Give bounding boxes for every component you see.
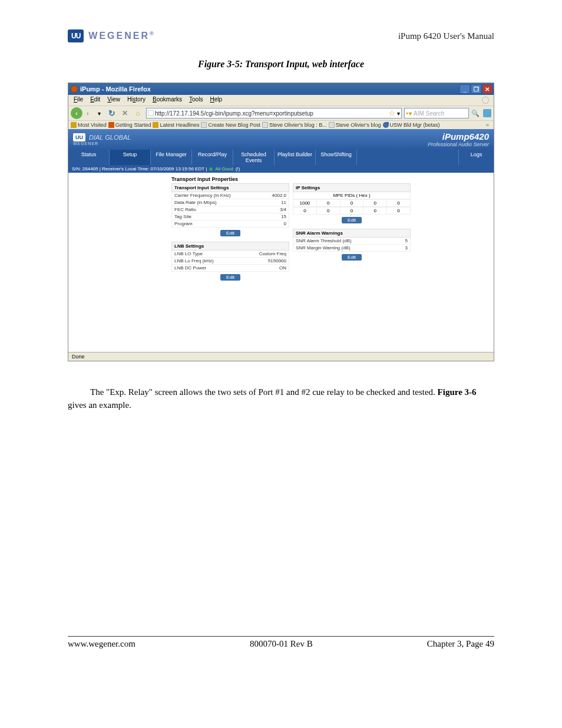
brand-text: WEGENER® xyxy=(88,31,155,41)
bk-create-blog[interactable]: Create New Blog Post xyxy=(201,122,260,128)
tis-row-fec: FEC Ratio3/4 xyxy=(171,206,289,213)
bookmark-star-icon[interactable]: ☆ xyxy=(387,109,397,117)
panel-ip: IP Settings MPE PIDs ( Hex ) 10000000 00… xyxy=(293,183,411,225)
snr-edit-button[interactable]: Edit xyxy=(342,254,362,261)
bk-olivier-1[interactable]: Steve Olivier's blog : B... xyxy=(262,122,327,128)
tis-row-program: Program0 xyxy=(171,220,289,228)
firefox-icon xyxy=(71,85,78,93)
lnb-row-freq: LNB Lo Freq (kHz)5150000 xyxy=(171,258,289,265)
menu-bookmarks[interactable]: Bookmarks xyxy=(150,95,185,105)
home-button[interactable]: ⌂ xyxy=(132,108,144,118)
tis-row-datarate: Data Rate (in Mbps)11 xyxy=(171,199,289,206)
content-area: Transport Input Properties Transport Inp… xyxy=(68,173,494,288)
lnb-row-dc: LNB DC PowerON xyxy=(171,265,289,272)
bk-latest-headlines[interactable]: Latest Headlines xyxy=(153,122,199,128)
status-sn: S/N: 284405 | Receiver's Local Time: 07/… xyxy=(72,166,207,172)
tab-scheduled-events[interactable]: Scheduled Events xyxy=(233,150,275,165)
tab-file-manager[interactable]: File Manager xyxy=(151,150,192,165)
status-refresh[interactable]: (!) xyxy=(236,166,240,172)
stop-button[interactable]: ✕ xyxy=(119,108,131,118)
dial-global-text: DIAL GLOBAL xyxy=(89,134,131,141)
wegener-small: WEGENER xyxy=(73,141,131,146)
blank-area xyxy=(68,288,494,352)
minimize-button[interactable]: _ xyxy=(459,84,470,94)
body-paragraph: The "Exp. Relay" screen allows the two s… xyxy=(68,386,494,412)
tab-showshifting[interactable]: ShowShifting xyxy=(316,150,357,165)
nav-toolbar: ‹ › ▾ ↻ ✕ ⌂ http://172.17.194.5/cgi-bin/… xyxy=(68,106,494,120)
back-button[interactable]: ‹ xyxy=(71,107,82,119)
mpe-row-2: 00000 xyxy=(293,207,411,215)
menu-help[interactable]: Help xyxy=(207,95,225,105)
app-title: iPump6420 xyxy=(428,131,489,141)
app-subtitle: Professional Audio Server xyxy=(428,141,489,147)
search-go-icon[interactable]: 🔍 xyxy=(470,110,481,117)
menubar: File Edit View History Bookmarks Tools H… xyxy=(68,95,494,106)
page-header: UU WEGENER® iPump 6420 User's Manual xyxy=(68,29,494,42)
close-button[interactable]: ✕ xyxy=(482,84,492,94)
search-engine-icon[interactable]: 🞄▾ xyxy=(406,110,412,117)
bk-olivier-2[interactable]: Steve Olivier's blog xyxy=(329,122,381,128)
snr-row-threshold: SNR Alarm Threshold (dB)5 xyxy=(293,238,411,245)
footer-doc: 800070-01 Rev B xyxy=(250,639,313,649)
window-titlebar: iPump - Mozilla Firefox _ ❐ ✕ xyxy=(68,83,494,95)
dropdown-history[interactable]: ▾ xyxy=(93,108,105,118)
browser-status-bar: Done xyxy=(68,352,494,361)
tab-logs[interactable]: Logs xyxy=(458,150,494,165)
tab-setup[interactable]: Setup xyxy=(110,150,151,165)
footer-page: Chapter 3, Page 49 xyxy=(427,639,494,649)
manual-title: iPump 6420 User's Manual xyxy=(398,31,494,41)
menu-view[interactable]: View xyxy=(104,95,123,105)
app-header: UU DIAL GLOBAL WEGENER iPump6420 Profess… xyxy=(68,129,494,150)
bk-most-visited[interactable]: Most Visited xyxy=(71,122,107,128)
bk-usw[interactable]: USW Bld Mgr (betas) xyxy=(383,122,440,128)
ip-edit-button[interactable]: Edit xyxy=(342,217,362,223)
content-title: Transport Input Properties xyxy=(68,176,494,182)
search-placeholder: AIM Search xyxy=(412,110,467,117)
tis-row-carrier: Carrier Frequency (in KHz)4002.0 xyxy=(171,192,289,199)
menu-file[interactable]: File xyxy=(71,95,86,105)
page-favicon-icon xyxy=(148,110,154,116)
feed-icon[interactable] xyxy=(483,109,491,117)
bookmarks-overflow[interactable]: » xyxy=(486,122,491,128)
tab-bar: Status Setup File Manager Record/Play Sc… xyxy=(68,150,494,165)
app-logo-icon: UU xyxy=(73,133,85,141)
panel-transport-input: Transport Input Settings Carrier Frequen… xyxy=(171,183,289,238)
mpe-label: MPE PIDs ( Hex ) xyxy=(293,192,411,199)
search-bar[interactable]: 🞄▾ AIM Search xyxy=(404,108,469,118)
reload-button[interactable]: ↻ xyxy=(106,108,118,118)
status-dot-icon xyxy=(209,167,213,171)
bk-getting-started[interactable]: Getting Started xyxy=(108,122,151,128)
status-good: All Good xyxy=(215,166,233,172)
tab-record-play[interactable]: Record/Play xyxy=(192,150,233,165)
figure-caption: Figure 3-5: Transport Input, web interfa… xyxy=(68,59,494,70)
menu-history[interactable]: History xyxy=(124,95,148,105)
tab-playlist-builder[interactable]: Playlist Builder xyxy=(275,150,316,165)
throbber-icon xyxy=(482,97,489,104)
snr-head: SNR Alarm Warnings xyxy=(293,229,411,238)
page-footer: www.wegener.com 800070-01 Rev B Chapter … xyxy=(68,636,494,649)
bookmarks-toolbar: Most Visited Getting Started Latest Head… xyxy=(68,120,494,129)
menu-tools[interactable]: Tools xyxy=(186,95,206,105)
menu-edit[interactable]: Edit xyxy=(87,95,103,105)
url-bar[interactable]: http://172.17.194.5/cgi-bin/ipump.xcg?me… xyxy=(146,108,402,118)
status-line: S/N: 284405 | Receiver's Local Time: 07/… xyxy=(68,165,494,173)
snr-row-margin: SNR Margin Warning (dB)3 xyxy=(293,245,411,252)
url-dropdown[interactable]: ▾ xyxy=(397,110,400,117)
brand-logo: UU WEGENER® xyxy=(68,29,156,42)
window-title: iPump - Mozilla Firefox xyxy=(80,85,151,93)
lnb-head: LNB Settings xyxy=(171,242,289,251)
footer-url: www.wegener.com xyxy=(68,639,135,649)
forward-button[interactable]: › xyxy=(84,109,92,117)
lnb-row-type: LNB LO TypeCustom Freq xyxy=(171,251,289,258)
url-text: http://172.17.194.5/cgi-bin/ipump.xcg?me… xyxy=(154,110,387,117)
tab-status[interactable]: Status xyxy=(68,150,110,165)
mpe-row-1: 10000000 xyxy=(293,199,411,207)
panel-lnb: LNB Settings LNB LO TypeCustom Freq LNB … xyxy=(171,242,289,282)
maximize-button[interactable]: ❐ xyxy=(471,84,481,94)
tis-row-tag: Tag Site15 xyxy=(171,213,289,220)
tis-edit-button[interactable]: Edit xyxy=(220,230,240,236)
lnb-edit-button[interactable]: Edit xyxy=(220,274,240,281)
panel-snr: SNR Alarm Warnings SNR Alarm Threshold (… xyxy=(293,229,411,262)
screenshot-window: iPump - Mozilla Firefox _ ❐ ✕ File Edit … xyxy=(68,83,494,361)
ip-head: IP Settings xyxy=(293,183,411,192)
